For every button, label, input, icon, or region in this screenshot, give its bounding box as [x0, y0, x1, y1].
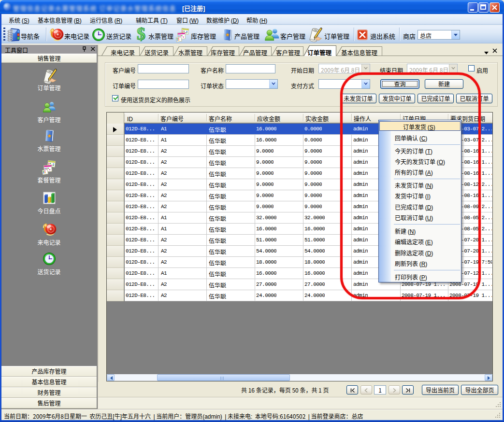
svg-text:$: $ [137, 27, 145, 42]
